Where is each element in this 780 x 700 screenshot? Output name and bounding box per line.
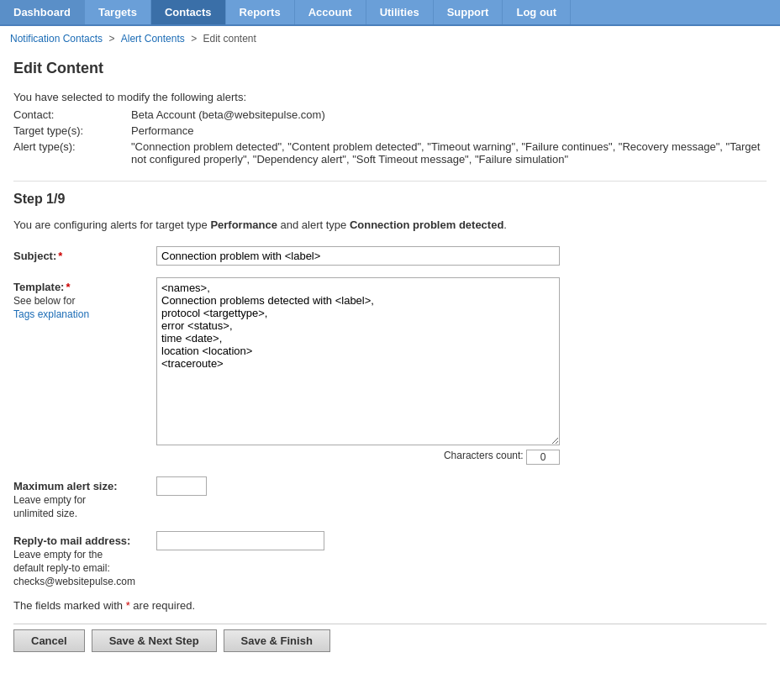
alert-type-row: Alert type(s): "Connection problem detec…: [13, 140, 767, 166]
breadcrumb-alert-contents[interactable]: Alert Contents: [121, 33, 185, 45]
subject-row: Subject:*: [13, 246, 767, 266]
breadcrumb-sep-1: >: [108, 33, 117, 45]
intro-text: You have selected to modify the followin…: [13, 91, 767, 103]
target-type-value: Performance: [131, 124, 193, 137]
step-alert-type: Connection problem detected: [350, 218, 503, 231]
template-label: Template:: [13, 281, 64, 293]
page-title: Edit Content: [13, 60, 767, 77]
nav-dashboard[interactable]: Dashboard: [0, 0, 85, 24]
nav-contacts[interactable]: Contacts: [151, 0, 226, 24]
nav-bar: Dashboard Targets Contacts Reports Accou…: [0, 0, 780, 26]
form-section: Subject:* Template:* See below for Tags …: [13, 246, 767, 587]
subject-label-wrap: Subject:*: [13, 246, 156, 262]
template-label-wrap: Template:* See below for Tags explanatio…: [13, 277, 156, 320]
cancel-button[interactable]: Cancel: [13, 629, 85, 652]
reply-row: Reply-to mail address: Leave empty for t…: [13, 531, 767, 587]
max-size-sub2: unlimited size.: [13, 508, 156, 519]
max-size-label: Maximum alert size:: [13, 480, 118, 492]
alert-type-label: Alert type(s):: [13, 140, 131, 166]
target-type-row: Target type(s): Performance: [13, 124, 767, 137]
char-count-value: 0: [526, 450, 560, 465]
template-required-star: *: [66, 281, 70, 293]
max-size-row: Maximum alert size: Leave empty for unli…: [13, 476, 767, 519]
max-size-sub1: Leave empty for: [13, 494, 156, 506]
tags-explanation-link[interactable]: Tags explanation: [13, 308, 156, 320]
template-sub-label: See below for: [13, 295, 156, 307]
step-desc-prefix: You are configuring alerts for target ty…: [13, 218, 210, 231]
divider-1: [13, 181, 767, 182]
content-area: Edit Content You have selected to modify…: [0, 51, 780, 669]
nav-utilities[interactable]: Utilities: [366, 0, 434, 24]
reply-sub3: checks@websitepulse.com: [13, 576, 156, 587]
breadcrumb: Notification Contacts > Alert Contents >…: [0, 26, 780, 51]
contact-label: Contact:: [13, 108, 131, 121]
breadcrumb-notification-contacts[interactable]: Notification Contacts: [10, 33, 103, 45]
nav-logout[interactable]: Log out: [503, 0, 571, 24]
breadcrumb-edit-content: Edit content: [203, 33, 256, 45]
char-count-label: Characters count:: [444, 450, 524, 465]
reply-sub2: default reply-to email:: [13, 562, 156, 574]
save-next-button[interactable]: Save & Next Step: [92, 629, 217, 652]
contact-value: Beta Account (beta@websitepulse.com): [131, 108, 325, 121]
target-type-label: Target type(s):: [13, 124, 131, 137]
reply-input[interactable]: [156, 531, 324, 550]
max-size-label-wrap: Maximum alert size: Leave empty for unli…: [13, 476, 156, 519]
step-desc-mid: and alert type: [277, 218, 350, 231]
nav-reports[interactable]: Reports: [226, 0, 295, 24]
max-size-control-wrap: [156, 476, 767, 496]
nav-targets[interactable]: Targets: [85, 0, 151, 24]
contact-row: Contact: Beta Account (beta@websitepulse…: [13, 108, 767, 121]
button-row: Cancel Save & Next Step Save & Finish: [13, 624, 767, 652]
template-row: Template:* See below for Tags explanatio…: [13, 277, 767, 465]
template-textarea[interactable]: [156, 277, 560, 445]
alert-type-value: "Connection problem detected", "Content …: [131, 140, 767, 166]
required-note: The fields marked with * are required.: [13, 599, 767, 612]
info-section: You have selected to modify the followin…: [13, 91, 767, 166]
subject-required-star: *: [58, 250, 62, 262]
required-note-text: The fields marked with: [13, 599, 126, 612]
save-finish-button[interactable]: Save & Finish: [224, 629, 330, 652]
reply-control-wrap: [156, 531, 767, 550]
nav-support[interactable]: Support: [434, 0, 503, 24]
subject-label: Subject:: [13, 250, 56, 262]
nav-account[interactable]: Account: [295, 0, 366, 24]
breadcrumb-sep-2: >: [191, 33, 199, 45]
subject-control-wrap: [156, 246, 767, 266]
subject-input[interactable]: [156, 246, 560, 266]
reply-label: Reply-to mail address:: [13, 534, 130, 547]
step-desc-suffix: .: [503, 218, 507, 231]
reply-sub1: Leave empty for the: [13, 549, 156, 561]
char-count-row: Characters count: 0: [156, 450, 560, 465]
step-heading: Step 1/9: [13, 192, 767, 207]
template-control-wrap: Characters count: 0: [156, 277, 767, 465]
required-note-text2: are required.: [130, 599, 195, 612]
reply-label-wrap: Reply-to mail address: Leave empty for t…: [13, 531, 156, 587]
step-target-type: Performance: [210, 218, 277, 231]
max-size-input[interactable]: [156, 476, 207, 496]
step-description: You are configuring alerts for target ty…: [13, 218, 767, 231]
